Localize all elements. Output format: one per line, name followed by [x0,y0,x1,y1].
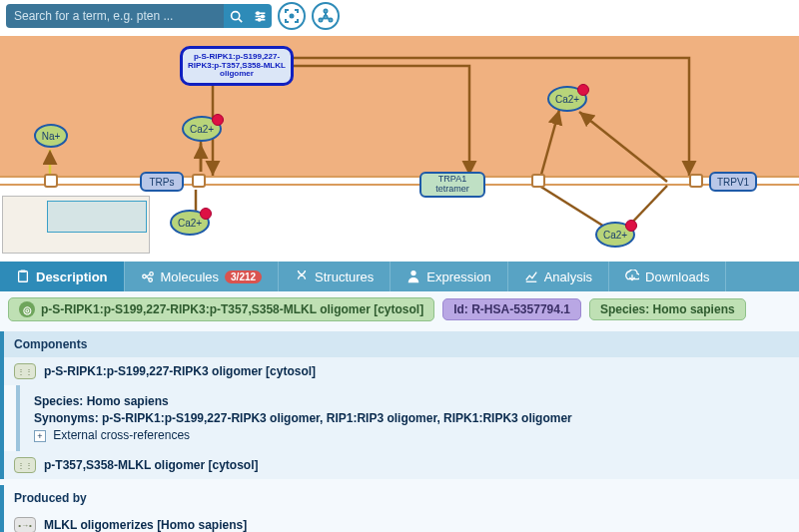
chip-species[interactable]: Species: Homo sapiens [589,298,746,320]
node-label: p-S-RIPK1:p-S199,227-RIPK3:p-T357,S358-M… [183,53,291,79]
section-header: Components [4,331,799,357]
node-ca-bottom[interactable]: Ca2+ [170,210,210,236]
node-ca-lower-right[interactable]: Ca2+ [595,222,635,248]
svg-point-8 [291,15,294,18]
complex-icon: ⋮⋮ [14,457,36,473]
node-label: TRPs [150,177,175,188]
badge-icon [212,114,224,126]
reaction-port[interactable] [44,174,58,188]
detail-panel: ◎ p-S-RIPK1:p-S199,227-RIPK3:p-T357,S358… [0,291,799,532]
tab-description[interactable]: Description [0,262,125,291]
svg-line-1 [238,18,241,21]
fit-view-button[interactable] [278,2,306,30]
reaction-port[interactable] [531,174,545,188]
synonyms-line: Synonyms: p-S-RIPK1:p-S199,227-RIPK3 oli… [34,411,572,425]
count-badge: 3/212 [225,270,262,283]
species-line: Species: Homo sapiens [34,394,169,408]
section-header: Produced by [4,485,799,511]
search-input[interactable] [6,4,224,28]
chip-bar: ◎ p-S-RIPK1:p-S199,227-RIPK3:p-T357,S358… [0,291,799,327]
layout-button[interactable] [312,2,340,30]
search-settings-button[interactable] [248,4,272,28]
reaction-icon: •→• [14,517,36,532]
node-label: Na+ [42,131,61,142]
svg-line-31 [146,276,149,279]
svg-line-15 [327,18,330,19]
toolbar [0,0,799,32]
sliders-icon [254,10,267,23]
svg-point-27 [142,274,146,278]
node-na[interactable]: Na+ [34,124,68,148]
minimap[interactable] [2,196,150,254]
svg-line-14 [322,18,325,19]
tab-label: Expression [426,269,490,284]
minimap-viewport[interactable] [47,201,147,233]
chart-icon [524,269,538,283]
chip-label: Species: Homo sapiens [600,302,735,316]
node-trpv1[interactable]: TRPV1 [709,172,757,192]
badge-icon [577,84,589,96]
section-produced-by: Produced by •→• MLKL oligomerizes [Homo … [0,485,799,532]
node-ca-top[interactable]: Ca2+ [182,116,222,142]
search-button[interactable] [224,4,248,28]
svg-point-7 [258,18,260,20]
focus-icon [284,8,300,24]
node-trps[interactable]: TRPs [140,172,184,192]
svg-point-32 [411,270,416,275]
tab-analysis[interactable]: Analysis [508,262,609,291]
component-name: p-S-RIPK1:p-S199,227-RIPK3 oligomer [cyt… [44,364,316,378]
tab-expression[interactable]: Expression [391,262,507,291]
node-ca-upper-right[interactable]: Ca2+ [547,86,587,112]
section-components: Components ⋮⋮ p-S-RIPK1:p-S199,227-RIPK3… [0,331,799,479]
chip-label: Id: R-HSA-5357794.1 [453,302,570,316]
node-selected-complex[interactable]: p-S-RIPK1:p-S199,227-RIPK3:p-T357,S358-M… [180,46,294,86]
node-label: Ca2+ [178,218,202,229]
node-label: Ca2+ [603,230,627,241]
complex-icon: ⋮⋮ [14,363,36,379]
network-icon [318,8,334,24]
svg-point-5 [256,12,258,14]
svg-point-28 [149,272,153,276]
xref-label[interactable]: External cross-references [53,428,190,442]
reaction-port[interactable] [192,174,206,188]
badge-icon [200,208,212,220]
expand-toggle[interactable]: + [34,430,46,442]
search-icon [230,10,243,23]
complex-icon: ◎ [19,301,35,317]
tab-label: Analysis [544,269,592,284]
component-row[interactable]: ⋮⋮ p-S-RIPK1:p-S199,227-RIPK3 oligomer [… [4,357,799,385]
svg-rect-26 [20,269,25,272]
badge-icon [625,220,637,232]
tab-label: Downloads [645,269,709,284]
chip-label: p-S-RIPK1:p-S199,227-RIPK3:p-T357,S358-M… [41,302,423,316]
component-row[interactable]: ⋮⋮ p-T357,S358-MLKL oligomer [cytosol] [4,451,799,479]
tab-label: Description [36,269,108,284]
download-icon [625,269,639,283]
tab-label: Molecules [161,269,220,284]
membrane-line-top [0,176,799,178]
tab-downloads[interactable]: Downloads [609,262,726,291]
molecule-icon [141,269,155,283]
reaction-name: MLKL oligomerizes [Homo sapiens] [44,518,247,532]
svg-point-6 [261,15,263,17]
chip-entity-title[interactable]: ◎ p-S-RIPK1:p-S199,227-RIPK3:p-T357,S358… [8,297,434,321]
node-label: TRPV1 [717,177,749,188]
reaction-row[interactable]: •→• MLKL oligomerizes [Homo sapiens] [4,511,799,532]
tab-label: Structures [315,269,374,284]
chip-id[interactable]: Id: R-HSA-5357794.1 [442,298,581,320]
svg-rect-25 [19,271,28,282]
node-label: Ca2+ [555,94,579,105]
node-label: TRPA1 tetramer [421,175,483,195]
detail-tabs: Description Molecules 3/212 Structures E… [0,262,799,291]
pathway-canvas[interactable]: p-S-RIPK1:p-S199,227-RIPK3:p-T357,S358-M… [0,0,799,262]
component-name: p-T357,S358-MLKL oligomer [cytosol] [44,458,258,472]
svg-line-21 [539,186,609,230]
dna-icon [295,269,309,283]
clipboard-icon [16,269,30,283]
svg-point-9 [325,10,328,13]
reaction-port[interactable] [689,174,703,188]
tab-structures[interactable]: Structures [279,262,391,291]
component-expanded: Species: Homo sapiens Synonyms: p-S-RIPK… [16,385,799,451]
tab-molecules[interactable]: Molecules 3/212 [125,262,280,291]
node-trpa1[interactable]: TRPA1 tetramer [419,172,485,198]
